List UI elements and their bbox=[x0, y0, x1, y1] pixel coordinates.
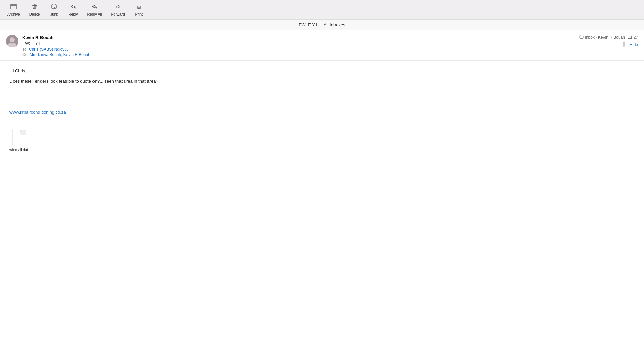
archive-label: Archive bbox=[7, 12, 20, 16]
sender-name: Kevin R Bouah bbox=[22, 35, 564, 40]
email-to: To:Chris (SABS) Ndlovu, bbox=[22, 47, 564, 52]
forward-label: Forward bbox=[111, 12, 125, 16]
print-button[interactable]: Print bbox=[131, 2, 147, 18]
print-icon bbox=[136, 3, 142, 11]
email-time: 11:27 bbox=[628, 35, 638, 40]
attachment-indicator-icon bbox=[623, 41, 627, 48]
attachment-file-icon bbox=[12, 130, 26, 146]
hide-button[interactable]: Hide bbox=[629, 42, 638, 47]
to-recipient: Chris (SABS) Ndlovu, bbox=[29, 47, 68, 52]
body-content: Does these Tenders look feasible to quot… bbox=[9, 78, 635, 85]
body-greeting: Hi Chris, bbox=[9, 67, 635, 75]
print-label: Print bbox=[135, 12, 143, 16]
avatar bbox=[6, 35, 18, 47]
reply-button[interactable]: Reply bbox=[65, 2, 81, 18]
inbox-label: Inbox · Kevin R Bouah bbox=[585, 35, 625, 40]
cc-label: Cc: bbox=[22, 52, 28, 57]
folder-icon bbox=[579, 35, 584, 40]
svg-point-7 bbox=[10, 37, 15, 42]
email-link[interactable]: www.krbairconditioning.co.za bbox=[9, 110, 66, 115]
toolbar: Archive Delete Junk bbox=[0, 0, 644, 20]
email-header: Kevin R Bouah FW: F Y I To:Chris (SABS) … bbox=[0, 30, 644, 61]
junk-label: Junk bbox=[50, 12, 58, 16]
email-view: Kevin R Bouah FW: F Y I To:Chris (SABS) … bbox=[0, 30, 644, 354]
email-meta: Kevin R Bouah FW: F Y I To:Chris (SABS) … bbox=[22, 35, 564, 57]
delete-icon bbox=[31, 3, 38, 11]
archive-button[interactable]: Archive bbox=[4, 2, 23, 18]
email-subject: FW: F Y I bbox=[22, 40, 564, 46]
reply-label: Reply bbox=[68, 12, 78, 16]
body-spacer bbox=[9, 88, 635, 96]
subject-text: FW: F Y I — All Inboxes bbox=[299, 22, 345, 27]
to-label: To: bbox=[22, 47, 28, 52]
forward-icon bbox=[115, 3, 122, 11]
forward-button[interactable]: Forward bbox=[108, 2, 128, 18]
body-spacer2 bbox=[9, 99, 635, 106]
attachment-area: winmail.dat bbox=[0, 126, 644, 159]
svg-point-5 bbox=[138, 6, 138, 7]
attachment-name: winmail.dat bbox=[9, 148, 28, 152]
reply-icon bbox=[70, 3, 77, 11]
junk-icon bbox=[51, 3, 57, 11]
reply-all-button[interactable]: Reply All bbox=[84, 2, 105, 18]
archive-icon bbox=[10, 3, 17, 11]
subject-bar: FW: F Y I — All Inboxes bbox=[0, 20, 644, 30]
reply-all-label: Reply All bbox=[87, 12, 102, 16]
delete-button[interactable]: Delete bbox=[26, 2, 44, 18]
junk-button[interactable]: Junk bbox=[46, 2, 62, 18]
email-inbox: Inbox · Kevin R Bouah bbox=[579, 35, 625, 40]
svg-rect-9 bbox=[12, 130, 24, 145]
email-link-para: www.krbairconditioning.co.za bbox=[9, 109, 635, 116]
delete-label: Delete bbox=[29, 12, 40, 16]
svg-rect-4 bbox=[138, 7, 140, 8]
reply-all-icon bbox=[91, 3, 98, 11]
email-right: Inbox · Kevin R Bouah 11:27 Hide bbox=[564, 35, 638, 48]
email-body: Hi Chris, Does these Tenders look feasib… bbox=[0, 61, 644, 126]
cc-recipients: Mrs Tanya Bouah, Kevin R Bouah bbox=[30, 52, 90, 57]
attachment-item[interactable]: winmail.dat bbox=[9, 130, 28, 152]
email-cc: Cc:Mrs Tanya Bouah, Kevin R Bouah bbox=[22, 52, 564, 57]
